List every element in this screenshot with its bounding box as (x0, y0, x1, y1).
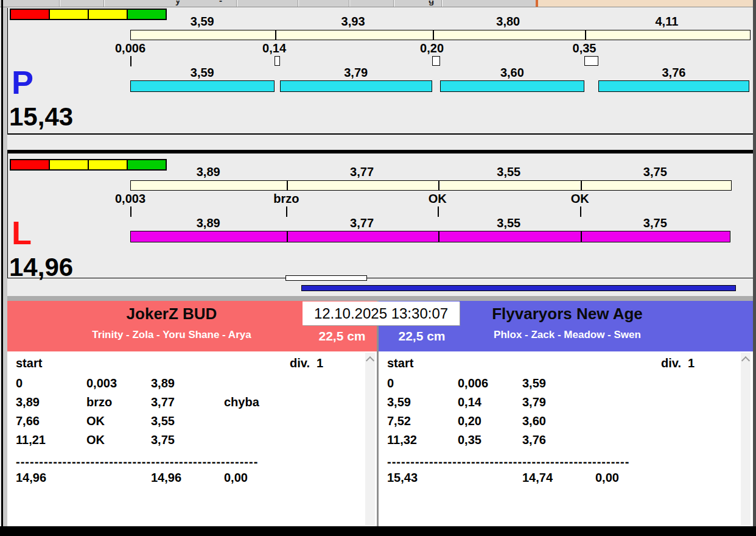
table-cell: 3,59 (522, 376, 546, 390)
table-cell: 11,32 (387, 433, 417, 446)
table-row: startdiv. 1 (379, 356, 753, 371)
table-row: 15,4314,740,00 (379, 471, 753, 485)
table-cell: 3,79 (522, 395, 546, 409)
start-light-1 (10, 9, 50, 20)
table-cell: 3,89 (16, 395, 40, 409)
team-dogs: Phlox - Zack - Meadow - Swen (415, 329, 719, 341)
table-cell: 3,89 (151, 376, 175, 390)
table-cell: 0 (16, 376, 23, 390)
table-cell: 0,00 (224, 471, 248, 484)
table-cell: 0 (387, 376, 394, 390)
empty-progress-box (285, 275, 367, 281)
toolbar-separator (441, 0, 442, 7)
table-cell: ----------------------------------------… (387, 455, 629, 468)
start-light-3 (88, 159, 128, 171)
table-cell: OK (86, 414, 105, 428)
table-cell: 0,20 (458, 414, 481, 428)
dog-time-label: 3,89 (172, 217, 245, 228)
start-light-2 (49, 159, 89, 171)
toolbar-separator (349, 0, 349, 7)
table-cell: 3,59 (387, 395, 411, 409)
table-cell: 3,76 (522, 433, 546, 446)
crossing-label: brzo (250, 193, 323, 204)
dog-time-label: 3,79 (320, 67, 393, 78)
split-bar (130, 30, 751, 40)
team-name: Flyvaryors New Age (415, 305, 719, 323)
lane-panel-right: 3,593,933,804,110,0060,140,200,353,593,7… (7, 8, 754, 135)
crossing-tick (286, 206, 287, 217)
table-cell: 14,96 (16, 471, 46, 484)
gray-band (7, 296, 753, 301)
table-row: 14,9614,960,00 (7, 471, 377, 485)
table-cell: 7,52 (387, 414, 411, 428)
toolbar-separator (103, 0, 104, 7)
split-time-label: 3,89 (172, 166, 245, 177)
table-row: ----------------------------------------… (7, 455, 377, 470)
lane-panel-left: 3,893,773,553,750,003brzoOKOK3,893,773,5… (7, 153, 754, 278)
dog-time-label: 3,59 (166, 67, 239, 78)
team-name: JokerZ BUD (7, 305, 336, 323)
run-log-left: startdiv. 100,0033,893,89brzo3,77chyba7,… (7, 351, 377, 526)
toolbar-separator (236, 0, 237, 7)
toolbar-text-fragment: g (429, 1, 437, 7)
team-dogs: Trinity - Zola - Yoru Shane - Arya (7, 329, 336, 341)
toolbar-peach-strip (538, 0, 753, 7)
table-row: 3,89brzo3,77chyba (7, 395, 377, 410)
window-left-inset (3, 7, 7, 526)
result-strip (7, 278, 753, 296)
crossing-label: 0,14 (238, 43, 311, 54)
lane-total-time: 14,96 (9, 255, 73, 280)
dog-time-label: 3,75 (618, 217, 691, 228)
table-cell: 14,74 (522, 471, 553, 484)
table-cell: start (16, 356, 42, 370)
crossing-label: OK (544, 193, 617, 204)
table-cell: 7,66 (16, 414, 40, 428)
dog-run-bar (130, 231, 730, 242)
start-lights (11, 9, 167, 20)
lane-letter: L (12, 216, 32, 249)
table-cell: ----------------------------------------… (16, 455, 258, 468)
timing-app-window: y-g 3,593,933,804,110,0060,140,200,353,5… (0, 0, 756, 536)
table-cell: div. 1 (290, 356, 323, 370)
split-time-label: 3,80 (472, 16, 545, 27)
dog-time-label: 3,55 (472, 217, 545, 228)
crossing-gap-box (584, 56, 598, 66)
blue-progress-bar (301, 285, 736, 291)
table-cell: div. 1 (661, 356, 695, 370)
datetime-display: 12.10.2025 13:30:07 (303, 302, 460, 325)
table-row: 11,320,353,76 (379, 433, 753, 448)
dog-run-bar (280, 80, 432, 92)
table-row: startdiv. 1 (7, 356, 377, 371)
table-row: 00,0063,59 (379, 376, 753, 391)
start-light-4 (127, 9, 167, 20)
toolbar-separator (59, 0, 60, 7)
lane-letter: P (12, 66, 33, 99)
crossing-gap-box (275, 56, 280, 66)
jump-height-label: 22,5 cm (312, 329, 373, 344)
toolbar-separator (298, 0, 298, 7)
table-cell: brzo (86, 395, 112, 409)
lane-total-time: 15,43 (9, 104, 73, 130)
crossing-tick (130, 56, 131, 66)
table-cell: 0,00 (595, 471, 619, 484)
crossing-tick (580, 206, 581, 217)
run-log-right: startdiv. 100,0063,593,590,143,797,520,2… (379, 351, 753, 526)
toolbar-bottom-line (0, 7, 756, 7)
table-cell: 3,55 (151, 414, 175, 428)
table-cell: 14,96 (151, 471, 181, 484)
split-time-label: 3,93 (317, 16, 390, 27)
start-light-4 (127, 159, 167, 171)
table-cell: 0,006 (458, 376, 488, 390)
table-row: ----------------------------------------… (379, 455, 753, 470)
table-row: 00,0033,89 (7, 376, 377, 391)
table-row: 7,66OK3,55 (7, 414, 377, 429)
toolbar-text-fragment: y (175, 1, 184, 7)
table-row: 3,590,143,79 (379, 395, 753, 410)
split-time-label: 3,75 (618, 166, 691, 177)
table-row: 11,21OK3,75 (7, 433, 377, 448)
table-row: 7,520,203,60 (379, 414, 753, 429)
window-bottom-strip (0, 526, 756, 536)
start-light-1 (10, 159, 50, 171)
table-cell: 11,21 (16, 433, 46, 446)
split-time-label: 3,77 (326, 166, 399, 177)
